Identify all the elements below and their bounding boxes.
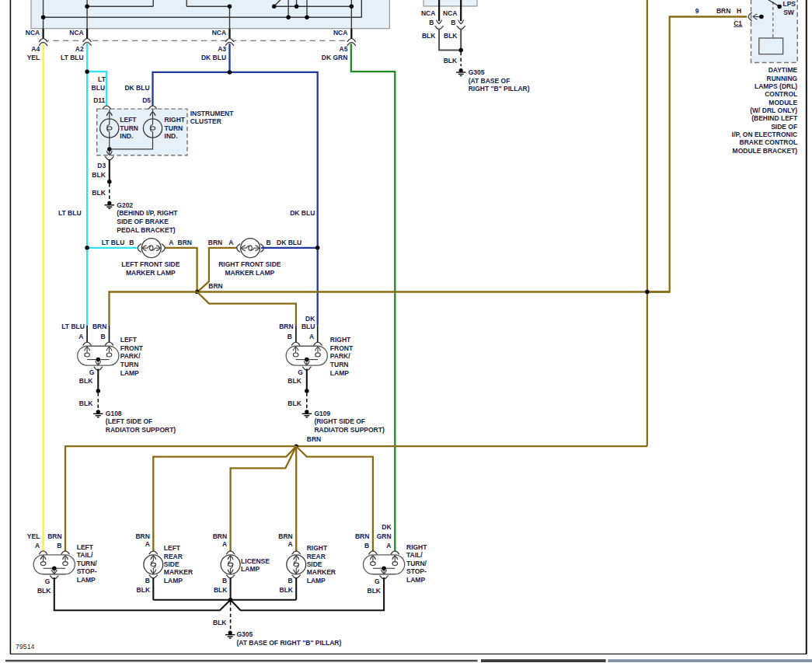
- svg-text:SIDE: SIDE: [164, 560, 179, 568]
- svg-text:BLK: BLK: [79, 377, 93, 385]
- svg-text:REAR: REAR: [164, 553, 183, 560]
- svg-text:A: A: [169, 239, 173, 246]
- svg-text:BRAKE CONTROL: BRAKE CONTROL: [740, 138, 798, 146]
- svg-text:G108: G108: [106, 410, 122, 417]
- svg-text:DK: DK: [382, 523, 392, 531]
- svg-text:BLU: BLU: [301, 323, 315, 330]
- svg-text:LPS: LPS: [783, 0, 796, 8]
- svg-text:G202: G202: [117, 201, 133, 209]
- svg-text:I/P, ON ELECTRONIC: I/P, ON ELECTRONIC: [732, 131, 797, 138]
- svg-text:A: A: [228, 239, 233, 246]
- svg-text:BLK: BLK: [137, 586, 151, 594]
- svg-text:DAYTIME: DAYTIME: [768, 66, 798, 74]
- svg-text:G: G: [298, 368, 303, 376]
- svg-text:RIGHT: RIGHT: [165, 116, 186, 124]
- svg-text:LEFT FRONT SIDE: LEFT FRONT SIDE: [121, 260, 179, 268]
- svg-text:DK BLU: DK BLU: [124, 84, 149, 92]
- svg-text:B: B: [145, 577, 150, 584]
- svg-text:BLK: BLK: [79, 400, 93, 407]
- svg-text:NCA: NCA: [333, 29, 347, 37]
- svg-text:INSTRUMENT: INSTRUMENT: [190, 110, 235, 117]
- svg-text:NCA: NCA: [212, 29, 226, 37]
- svg-text:B: B: [100, 333, 105, 340]
- svg-text:NCA: NCA: [443, 9, 457, 17]
- svg-text:NCA: NCA: [421, 9, 435, 17]
- svg-text:BLK: BLK: [214, 586, 228, 594]
- svg-text:LAMP: LAMP: [406, 576, 425, 584]
- svg-text:BRN: BRN: [135, 532, 149, 540]
- svg-text:DK GRN: DK GRN: [322, 54, 348, 61]
- svg-text:MARKER: MARKER: [307, 568, 336, 576]
- svg-text:LAMP: LAMP: [164, 577, 183, 584]
- svg-text:A3: A3: [218, 45, 226, 53]
- svg-text:LAMP: LAMP: [77, 576, 96, 584]
- svg-text:SW: SW: [783, 9, 795, 16]
- svg-text:A: A: [78, 333, 83, 340]
- svg-text:YEL: YEL: [27, 532, 40, 540]
- svg-text:BRN: BRN: [92, 323, 106, 330]
- svg-text:C1: C1: [734, 19, 742, 27]
- svg-text:B: B: [57, 542, 61, 550]
- svg-text:D11: D11: [93, 96, 105, 104]
- svg-text:B: B: [288, 577, 293, 584]
- svg-text:CLUSTER: CLUSTER: [190, 117, 221, 125]
- svg-text:(LEFT SIDE OF: (LEFT SIDE OF: [106, 417, 152, 425]
- svg-text:B: B: [222, 577, 227, 584]
- svg-text:BLK: BLK: [288, 400, 301, 407]
- svg-text:RIGHT: RIGHT: [330, 336, 351, 344]
- svg-text:79514: 79514: [16, 643, 35, 651]
- svg-text:(AT BASE OF RIGHT "B" PILLAR): (AT BASE OF RIGHT "B" PILLAR): [236, 639, 341, 647]
- svg-text:NCA: NCA: [69, 29, 83, 37]
- svg-text:A: A: [309, 333, 314, 340]
- svg-text:G305: G305: [469, 68, 485, 76]
- svg-text:D3: D3: [97, 162, 106, 169]
- svg-text:B: B: [129, 239, 134, 246]
- svg-text:SIDE OF: SIDE OF: [771, 123, 797, 131]
- svg-text:G305: G305: [236, 630, 253, 638]
- svg-text:STOP-: STOP-: [77, 567, 97, 575]
- svg-text:LICENSE: LICENSE: [241, 557, 270, 565]
- svg-text:LAMP: LAMP: [120, 369, 139, 377]
- svg-text:NCA: NCA: [26, 29, 40, 37]
- svg-text:A: A: [145, 540, 150, 548]
- svg-text:TAIL/: TAIL/: [406, 551, 423, 559]
- svg-text:LEFT: LEFT: [77, 543, 94, 551]
- svg-text:LEFT: LEFT: [120, 116, 137, 124]
- svg-text:BLK: BLK: [444, 32, 458, 40]
- svg-text:A: A: [35, 542, 40, 550]
- svg-text:DK BLU: DK BLU: [201, 54, 226, 61]
- svg-text:G: G: [375, 578, 380, 585]
- svg-text:BLU: BLU: [92, 84, 105, 92]
- svg-text:(BEHIND LEFT: (BEHIND LEFT: [751, 114, 798, 122]
- svg-text:RUNNING: RUNNING: [767, 75, 798, 82]
- svg-text:MARKER LAMP: MARKER LAMP: [225, 269, 274, 277]
- svg-text:SIDE: SIDE: [307, 560, 322, 568]
- svg-text:DK BLU: DK BLU: [290, 209, 315, 217]
- svg-text:MARKER: MARKER: [164, 568, 193, 576]
- svg-text:LT BLU: LT BLU: [61, 323, 85, 330]
- svg-text:FRONT: FRONT: [330, 344, 354, 352]
- svg-text:FRONT: FRONT: [120, 344, 144, 352]
- svg-text:LEFT: LEFT: [120, 336, 138, 344]
- svg-text:LAMPS (DRL): LAMPS (DRL): [754, 82, 797, 90]
- svg-text:B: B: [364, 542, 369, 550]
- svg-text:B: B: [288, 333, 292, 340]
- svg-text:G109: G109: [314, 410, 330, 417]
- svg-text:A2: A2: [75, 45, 84, 53]
- svg-text:TURN/: TURN/: [77, 560, 98, 567]
- svg-text:BLK: BLK: [213, 619, 227, 626]
- svg-text:BLK: BLK: [280, 586, 294, 594]
- svg-text:CONTROL: CONTROL: [765, 90, 797, 98]
- svg-text:BLK: BLK: [37, 587, 51, 595]
- svg-text:LT BLU: LT BLU: [61, 54, 84, 61]
- svg-text:G: G: [89, 368, 95, 376]
- svg-text:BRN: BRN: [213, 532, 227, 540]
- svg-text:DK: DK: [305, 315, 315, 323]
- svg-text:A: A: [222, 540, 227, 548]
- svg-text:RIGHT: RIGHT: [406, 543, 427, 551]
- svg-text:BRN: BRN: [355, 532, 369, 540]
- svg-text:TURN/: TURN/: [406, 560, 427, 567]
- svg-text:YEL: YEL: [27, 54, 40, 61]
- svg-text:BLK: BLK: [92, 189, 106, 197]
- svg-text:BRN: BRN: [307, 435, 321, 443]
